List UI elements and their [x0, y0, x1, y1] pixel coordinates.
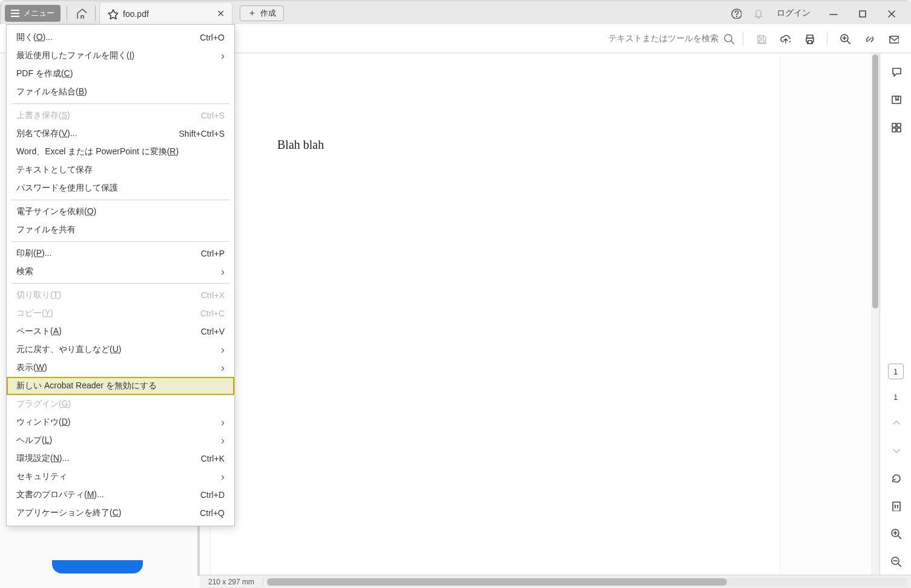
chevron-right-icon: ›: [221, 416, 225, 429]
link-icon: [864, 33, 875, 44]
login-button[interactable]: ログイン: [769, 8, 818, 19]
rotate-button[interactable]: [889, 471, 903, 485]
menu-item-label: ファイルを結合(B): [16, 87, 87, 97]
menu-item-label: 表示(W): [16, 362, 47, 373]
separator: [743, 32, 743, 45]
menu-item[interactable]: テキストとして保存: [7, 161, 234, 179]
chevron-down-icon: [890, 445, 901, 456]
menu-item-shortcut: Ctrl+D: [200, 490, 225, 500]
menu-item-label: ファイルを共有: [16, 224, 76, 235]
create-button-label: 作成: [260, 8, 276, 19]
bookmark-icon: [890, 94, 901, 105]
link-button[interactable]: [860, 30, 878, 48]
menu-item[interactable]: ヘルプ(L)›: [7, 431, 234, 449]
vertical-scrollbar[interactable]: [871, 53, 880, 588]
actual-size-button[interactable]: [889, 498, 903, 513]
cloud-upload-button[interactable]: [776, 30, 794, 48]
print-button[interactable]: [800, 30, 818, 48]
total-pages: 1: [893, 393, 898, 402]
page-down-button[interactable]: [889, 443, 903, 457]
document-canvas: Blah blah: [200, 53, 880, 588]
svg-rect-6: [808, 41, 812, 44]
menu-item[interactable]: ファイルを結合(B): [7, 83, 234, 101]
search-box[interactable]: テキストまたはツールを検索: [608, 33, 734, 44]
menu-item[interactable]: 表示(W)›: [7, 359, 234, 377]
floating-action[interactable]: [52, 560, 143, 573]
grid-view-button[interactable]: [889, 120, 903, 134]
current-page-input[interactable]: 1: [888, 364, 904, 379]
window-minimize[interactable]: [819, 1, 847, 25]
menu-separator: [12, 241, 229, 242]
help-button[interactable]: [726, 3, 746, 24]
menu-item-shortcut: Ctrl+K: [201, 454, 225, 463]
horizontal-scroll-thumb[interactable]: [267, 578, 727, 586]
menu-item-label: パスワードを使用して保護: [16, 183, 118, 194]
menu-button[interactable]: メニュー: [5, 5, 61, 22]
svg-rect-11: [897, 123, 901, 127]
menu-item-label: 文書のプロパティ(M)...: [16, 489, 104, 500]
svg-rect-14: [893, 502, 900, 511]
document-tab[interactable]: foo.pdf ✕: [99, 2, 232, 25]
menu-item[interactable]: 新しい Acrobat Reader を無効にする: [7, 377, 234, 395]
tab-close-button[interactable]: ✕: [217, 8, 225, 19]
menu-item-shortcut: Shift+Ctrl+S: [179, 129, 225, 139]
menu-item: 切り取り(T)Ctrl+X: [7, 286, 234, 304]
window-close[interactable]: [877, 1, 905, 25]
save-button[interactable]: [752, 30, 770, 48]
vertical-scroll-thumb[interactable]: [872, 54, 878, 309]
notifications-button[interactable]: [748, 3, 768, 24]
menu-item[interactable]: ペースト(A)Ctrl+V: [7, 322, 234, 341]
separator: [827, 32, 827, 45]
menu-item-shortcut: Ctrl+C: [200, 309, 225, 318]
menu-item[interactable]: 印刷(P)...Ctrl+P: [7, 244, 234, 263]
zoom-in-button[interactable]: [889, 526, 903, 541]
menu-item[interactable]: 元に戻す、やり直しなど(U)›: [7, 341, 234, 359]
comment-button[interactable]: [889, 64, 903, 79]
menu-item[interactable]: セキュリティ›: [7, 468, 234, 486]
menu-item-shortcut: Ctrl+P: [201, 249, 225, 258]
menu-item[interactable]: 電子サインを依頼(Q): [7, 203, 234, 221]
mail-button[interactable]: [884, 30, 903, 48]
maximize-icon: [857, 8, 867, 19]
menu-item: コピー(Y)Ctrl+C: [7, 304, 234, 322]
window-maximize[interactable]: [848, 1, 876, 25]
chevron-up-icon: [890, 417, 901, 428]
menu-item-shortcut: Ctrl+S: [201, 111, 225, 120]
menu-item[interactable]: 環境設定(N)...Ctrl+K: [7, 449, 234, 468]
svg-point-3: [725, 34, 732, 42]
menu-item-shortcut: Ctrl+X: [201, 290, 225, 300]
chevron-right-icon: ›: [221, 266, 225, 278]
bookmark-button[interactable]: [889, 92, 903, 106]
svg-point-1: [737, 16, 737, 17]
menu-item[interactable]: 検索›: [7, 263, 234, 281]
actual-size-icon: [890, 500, 901, 511]
zoom-out-button[interactable]: [889, 554, 903, 569]
print-icon: [804, 33, 815, 44]
menu-item[interactable]: 開く(O)...Ctrl+O: [7, 28, 234, 47]
main-menu: 開く(O)...Ctrl+O最近使用したファイルを開く(I)›PDF を作成(C…: [6, 24, 235, 526]
create-button[interactable]: ＋ 作成: [240, 5, 284, 21]
menu-item[interactable]: Word、Excel または PowerPoint に変換(R): [7, 143, 234, 161]
page-dimensions: 210 x 297 mm: [200, 578, 263, 586]
horizontal-scrollbar[interactable]: [267, 578, 907, 586]
chevron-right-icon: ›: [221, 50, 225, 62]
statusbar: 210 x 297 mm: [200, 575, 911, 588]
cloud-upload-icon: [780, 33, 791, 44]
page-up-button[interactable]: [889, 415, 903, 430]
add-tool-button[interactable]: [836, 30, 854, 48]
menu-item[interactable]: パスワードを使用して保護: [7, 179, 234, 197]
menu-item-label: アプリケーションを終了(C): [16, 508, 121, 518]
magnify-plus-icon: [840, 33, 850, 44]
menu-item[interactable]: 文書のプロパティ(M)...Ctrl+D: [7, 486, 234, 504]
menu-item[interactable]: ファイルを共有: [7, 221, 234, 239]
menu-item[interactable]: 最近使用したファイルを開く(I)›: [7, 47, 234, 65]
menu-item-shortcut: Ctrl+V: [201, 327, 225, 336]
menu-item[interactable]: アプリケーションを終了(C)Ctrl+Q: [7, 504, 234, 522]
menu-item: 上書き保存(S)Ctrl+S: [7, 106, 234, 125]
menu-item[interactable]: 別名で保存(V)...Shift+Ctrl+S: [7, 125, 234, 143]
home-button[interactable]: [71, 3, 91, 24]
menu-item[interactable]: ウィンドウ(D)›: [7, 413, 234, 431]
menu-item[interactable]: PDF を作成(C): [7, 65, 234, 83]
menu-item-label: 印刷(P)...: [16, 248, 51, 259]
chevron-right-icon: ›: [221, 362, 225, 374]
